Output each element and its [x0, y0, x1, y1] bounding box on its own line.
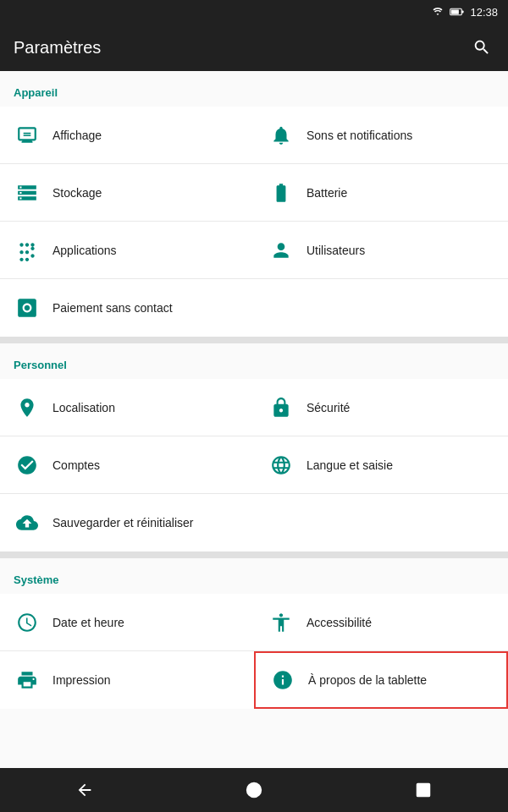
paiement-label: Paiement sans contact [52, 301, 173, 315]
appareil-grid: Affichage Sons et notifications Stockage [0, 107, 508, 337]
lock-icon [268, 394, 295, 421]
home-circle-icon [245, 781, 263, 799]
section-header-personnel: Personnel [0, 343, 508, 379]
langue-label: Langue et saisie [306, 458, 393, 472]
personnel-grid: Localisation Sécurité Comptes [0, 379, 508, 551]
app-header: Paramètres [0, 24, 508, 71]
search-icon [472, 38, 491, 57]
affichage-label: Affichage [52, 129, 102, 142]
section-personnel: Personnel Localisation Sécurité [0, 343, 508, 558]
settings-item-comptes[interactable]: Comptes [0, 436, 254, 494]
accessibility-icon [268, 609, 295, 636]
status-bar: 12:38 [0, 0, 508, 24]
impression-label: Impression [52, 673, 110, 687]
settings-item-stockage[interactable]: Stockage [0, 164, 254, 222]
svg-rect-1 [451, 9, 459, 14]
back-icon [75, 781, 94, 799]
clock-icon [14, 609, 41, 636]
settings-item-sauvegarder[interactable]: Sauvegarder et réinitialiser [0, 494, 254, 551]
accessibilite-label: Accessibilité [306, 616, 372, 629]
wifi-icon [431, 6, 444, 18]
backup-icon [14, 509, 41, 536]
comptes-label: Comptes [52, 458, 100, 472]
systeme-grid: Date et heure Accessibilité Impression [0, 594, 508, 709]
settings-item-localisation[interactable]: Localisation [0, 379, 254, 436]
section-header-appareil: Appareil [0, 71, 508, 107]
settings-item-langue[interactable]: Langue et saisie [254, 436, 508, 494]
bell-icon [268, 122, 295, 149]
section-systeme: Système Date et heure Accessibilité [0, 558, 508, 709]
svg-rect-2 [462, 11, 464, 14]
back-button[interactable] [69, 774, 101, 806]
recents-icon [414, 781, 433, 799]
settings-item-apropos[interactable]: À propos de la tablette [254, 651, 508, 709]
battery-status-icon [450, 7, 465, 17]
bottom-nav [0, 768, 508, 812]
settings-item-affichage[interactable]: Affichage [0, 107, 254, 164]
print-icon [14, 667, 41, 694]
settings-item-accessibilite[interactable]: Accessibilité [254, 594, 508, 651]
battery-icon [268, 179, 295, 206]
status-icons: 12:38 [431, 6, 498, 19]
section-appareil: Appareil Affichage Sons et notifications [0, 71, 508, 343]
sauvegarder-label: Sauvegarder et réinitialiser [52, 516, 194, 529]
settings-item-sons[interactable]: Sons et notifications [254, 107, 508, 164]
apps-icon [14, 237, 41, 264]
recents-button[interactable] [407, 774, 439, 806]
svg-rect-4 [417, 784, 430, 797]
applications-label: Applications [52, 244, 117, 257]
section-title-appareil: Appareil [14, 86, 58, 99]
account-icon [14, 452, 41, 479]
section-title-personnel: Personnel [14, 359, 67, 371]
settings-item-date[interactable]: Date et heure [0, 594, 254, 651]
globe-icon [268, 452, 295, 479]
securite-label: Sécurité [306, 401, 350, 414]
personnel-divider [0, 551, 508, 558]
sons-label: Sons et notifications [306, 129, 412, 142]
section-title-systeme: Système [14, 573, 58, 586]
home-button[interactable] [238, 774, 270, 806]
date-label: Date et heure [52, 616, 124, 629]
nfc-icon [14, 294, 41, 321]
settings-item-paiement[interactable]: Paiement sans contact [0, 279, 254, 337]
search-button[interactable] [469, 35, 494, 60]
settings-item-applications[interactable]: Applications [0, 222, 254, 279]
apropos-label: À propos de la tablette [308, 673, 427, 687]
status-time: 12:38 [470, 6, 498, 19]
stockage-label: Stockage [52, 186, 102, 200]
localisation-label: Localisation [52, 401, 115, 414]
section-header-systeme: Système [0, 558, 508, 594]
display-icon [14, 122, 41, 149]
settings-item-impression[interactable]: Impression [0, 651, 254, 709]
appareil-divider [0, 337, 508, 343]
info-icon [269, 667, 296, 694]
svg-point-3 [247, 783, 262, 798]
location-icon [14, 394, 41, 421]
settings-item-securite[interactable]: Sécurité [254, 379, 508, 436]
page-title: Paramètres [14, 38, 101, 58]
settings-item-utilisateurs[interactable]: Utilisateurs [254, 222, 508, 279]
settings-item-batterie[interactable]: Batterie [254, 164, 508, 222]
batterie-label: Batterie [306, 186, 347, 200]
storage-icon [14, 179, 41, 206]
utilisateurs-label: Utilisateurs [306, 244, 365, 257]
settings-content: Appareil Affichage Sons et notifications [0, 71, 508, 768]
person-icon [268, 237, 295, 264]
